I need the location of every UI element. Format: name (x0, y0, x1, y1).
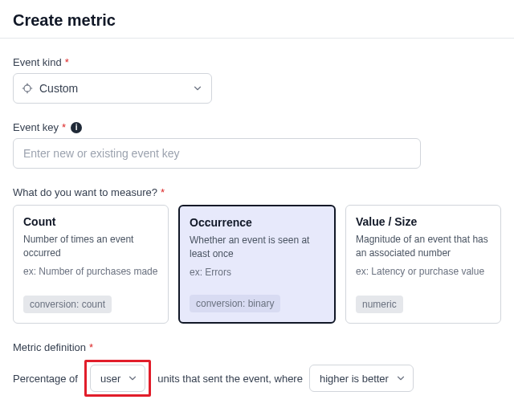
unit-select-value: user (100, 373, 120, 385)
direction-select[interactable]: higher is better (309, 365, 414, 392)
required-star: * (161, 186, 165, 198)
card-title: Occurrence (190, 216, 324, 229)
measure-card-value[interactable]: Value / Size Magnitude of an event that … (345, 205, 501, 324)
event-kind-label: Event kind (13, 56, 62, 68)
highlight-annotation: user (84, 360, 151, 397)
crosshair-icon (22, 83, 33, 94)
card-badge: conversion: count (23, 296, 112, 313)
card-title: Count (23, 215, 158, 228)
event-kind-select[interactable]: Custom (13, 73, 212, 104)
unit-select[interactable]: user (90, 365, 145, 392)
card-desc: Number of times an event occurred (23, 233, 158, 260)
card-example: ex: Errors (190, 266, 324, 279)
info-icon[interactable]: i (71, 122, 82, 133)
metric-def-prefix: Percentage of (13, 373, 78, 385)
card-example: ex: Number of purchases made (23, 265, 158, 279)
measure-card-occurrence[interactable]: Occurrence Whether an event is seen at l… (178, 205, 336, 324)
card-example: ex: Latency or purchase value (356, 265, 491, 279)
required-star: * (89, 341, 93, 353)
card-title: Value / Size (356, 215, 491, 228)
card-desc: Magnitude of an event that has an associ… (356, 233, 491, 260)
card-desc: Whether an event is seen at least once (190, 234, 324, 261)
required-star: * (62, 121, 66, 133)
chevron-down-icon (192, 83, 203, 94)
page-title: Create metric (13, 11, 501, 30)
card-badge: conversion: binary (190, 295, 280, 312)
metric-def-middle: units that sent the event, where (157, 373, 303, 385)
event-kind-value: Custom (39, 82, 78, 95)
chevron-down-icon (127, 373, 138, 384)
metric-def-label: Metric definition (13, 341, 86, 353)
chevron-down-icon (395, 373, 406, 384)
required-star: * (65, 56, 69, 68)
event-key-label: Event key (13, 121, 59, 133)
card-badge: numeric (356, 296, 403, 313)
measure-label: What do you want to measure? (13, 186, 157, 198)
direction-select-value: higher is better (320, 373, 389, 385)
event-key-input[interactable] (13, 138, 421, 169)
svg-point-0 (24, 85, 31, 92)
measure-card-count[interactable]: Count Number of times an event occurred … (13, 205, 169, 324)
